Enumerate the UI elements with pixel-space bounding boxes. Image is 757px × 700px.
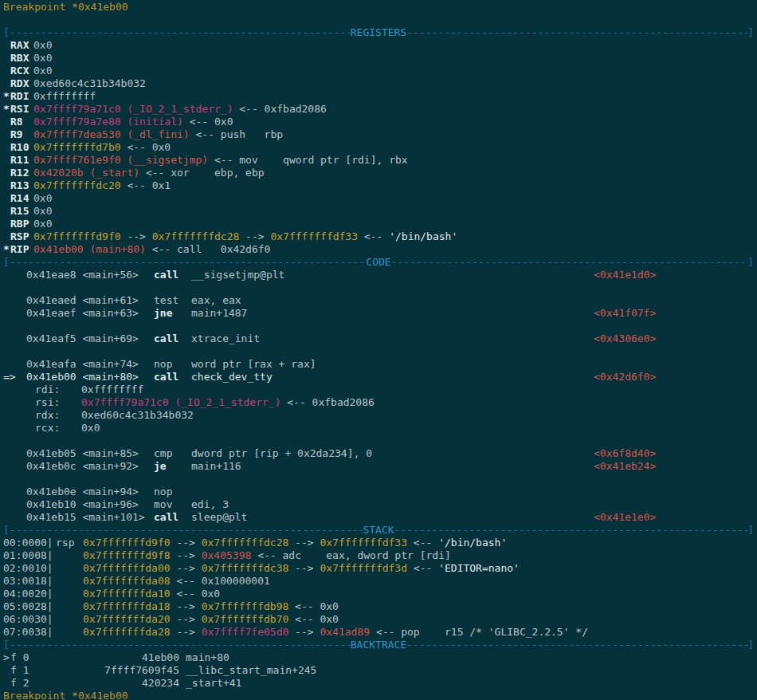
stack-register (56, 549, 83, 562)
disasm-line-0x41eaf5: 0x41eaf5 <main+69>callxtrace_init<0x4306… (3, 332, 754, 345)
register-row-rbx: RBX0x0 (3, 52, 754, 65)
stack-offset: 04:0020| (3, 588, 56, 600)
blank-line (3, 281, 754, 294)
branch-target: <0x41e1e0> (594, 511, 754, 524)
stack-register (56, 600, 83, 613)
breakpoint-line-top: Breakpoint *0x41eb00 (3, 1, 754, 14)
operands: __sigsetjmp@plt (191, 269, 594, 281)
register-value: 0x0 (33, 205, 52, 218)
register-value: 0x7fffffffd9f0 (33, 230, 121, 243)
stack-value: --> (171, 549, 202, 562)
operands: sleep@plt (191, 511, 594, 524)
instruction-address: 0x41eb05 <main+85> (26, 447, 154, 460)
disasm-line-0x41eae8: 0x41eae8 <main+56>call__sigsetjmp@plt<0x… (3, 269, 754, 281)
stack-value: <-- 0x0 (288, 613, 339, 626)
register-name: RSI (10, 103, 33, 116)
prefix (3, 486, 26, 498)
register-value: 0x0 (33, 39, 52, 52)
instruction-address: 0x41eaf5 <main+69> (26, 332, 154, 345)
blank-line (3, 435, 754, 447)
stack-row-05: 05:0028|0x7fffffffda18 --> 0x7fffffffdb9… (3, 600, 754, 613)
operands (191, 486, 594, 498)
prefix (3, 294, 26, 307)
stack-register (56, 562, 83, 575)
stack-row-03: 03:0018|0x7fffffffda08 <-- 0x100000001 (3, 575, 754, 588)
mnemonic: call (154, 332, 191, 345)
register-value: 0x7ffff79a71c0 (_IO_2_1_stderr_) (33, 103, 233, 116)
instruction-address: 0x41eb0c <main+92> (26, 460, 154, 473)
branch-target: <0x4306e0> (594, 332, 754, 345)
prefix (3, 269, 26, 281)
disasm-line-0x41eaed: 0x41eaed <main+61>testeax, eax (3, 294, 754, 307)
prefix (3, 307, 26, 320)
stack-value: <-- (407, 537, 438, 549)
stack-value: <-- (407, 562, 438, 575)
register-name: RCX (10, 65, 33, 77)
register-value: <-- 0x0 (121, 141, 171, 154)
register-value: 0x7ffff7dea530 (_dl_fini) (33, 128, 190, 141)
mnemonic: mov (154, 498, 191, 511)
section-title-registers: REGISTERS (351, 26, 406, 39)
header-bracket-right: ] (747, 26, 754, 39)
mnemonic: cmp (154, 447, 191, 460)
register-name: R14 (10, 192, 33, 205)
register-value: 0x42020b (_start) (33, 167, 139, 179)
disasm-line-0x41eb0e: 0x41eb0e <main+94>nop (3, 486, 754, 498)
register-modified-star (3, 77, 10, 90)
header-dashes: ----------------------------------------… (406, 639, 747, 651)
frame-address: 41eb00 (31, 651, 179, 664)
register-modified-star (3, 52, 10, 65)
branch-target (594, 498, 754, 511)
register-name: RBP (10, 218, 33, 230)
register-modified-star (3, 65, 10, 77)
register-name: R13 (10, 179, 33, 192)
mnemonic: nop (154, 486, 191, 498)
stack-register (56, 626, 83, 639)
stack-value: 0x7fffffffdb70 (202, 613, 289, 626)
instruction-address: 0x41eafa <main+74> (26, 358, 154, 371)
section-header-registers: [---------------------------------------… (3, 26, 754, 39)
call-arg-value: <-- 0xfbad2086 (280, 396, 374, 409)
mnemonic: je (154, 460, 191, 473)
stack-value: 0x7fffffffdf3d (320, 562, 407, 575)
call-arg-label: rcx: (35, 422, 81, 435)
section-title-backtrace: BACKTRACE (351, 639, 406, 651)
register-value: 0xffffffff (33, 90, 96, 103)
mnemonic: nop (154, 358, 191, 371)
header-dashes: ----------------------------------------… (10, 256, 367, 269)
stack-offset: 02:0010| (3, 562, 56, 575)
frame-symbol: main+80 (186, 651, 229, 664)
register-name: RSP (10, 230, 33, 243)
operands: word ptr [rax + rax] (191, 358, 594, 371)
register-modified-star (3, 141, 10, 154)
header-bracket-left: [ (3, 256, 10, 269)
register-value: <-- xor ebp, ebp (139, 167, 265, 179)
register-value: 0x0 (33, 65, 52, 77)
instruction-address: 0x41eb10 <main+96> (26, 498, 154, 511)
branch-target: <0x41eb24> (594, 460, 754, 473)
stack-value: <-- 0x0 (288, 600, 339, 613)
stack-value: 0x41ad89 (320, 626, 370, 639)
register-modified-star (3, 205, 10, 218)
register-value: 0x0 (33, 192, 52, 205)
breakpoint-line-bottom: Breakpoint *0x41eb00 (3, 690, 754, 700)
register-modified-star: * (3, 243, 10, 256)
stack-value: 0x7fffffffd9f0 (83, 537, 171, 549)
stack-register (56, 613, 83, 626)
mnemonic: call (154, 371, 191, 383)
operands: eax, eax (191, 294, 594, 307)
register-row-rdx: RDX0xed60c4c31b34b032 (3, 77, 754, 90)
register-row-r8: R80x7ffff79a7e80 (initial) <-- 0x0 (3, 116, 754, 128)
debugger-terminal[interactable]: Breakpoint *0x41eb00 LEGEND: STACK | HEA… (0, 0, 757, 700)
register-name: RDX (10, 77, 33, 90)
stack-row-06: 06:0030|0x7fffffffda20 --> 0x7fffffffdb7… (3, 613, 754, 626)
register-value: 0xed60c4c31b34b032 (33, 77, 146, 90)
stack-register: rsp (56, 537, 83, 549)
frame-address: 7ffff7609f45 (31, 664, 179, 677)
branch-target (594, 358, 754, 371)
register-row-rax: RAX0x0 (3, 39, 754, 52)
stack-value: 0x7fffffffda18 (83, 600, 171, 613)
stack-row-02: 02:0010|0x7fffffffda00 --> 0x7fffffffdc3… (3, 562, 754, 575)
current-frame-marker (3, 677, 10, 690)
call-arg-label: rsi: (35, 396, 81, 409)
